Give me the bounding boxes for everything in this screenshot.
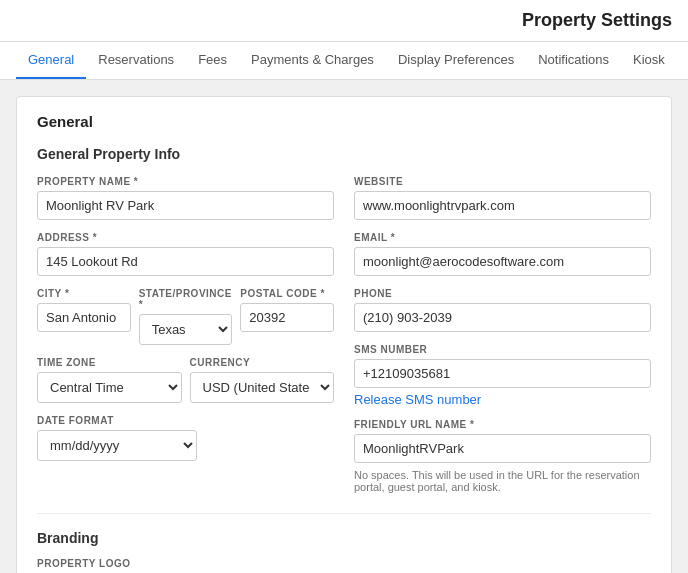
city-group: CITY * (37, 288, 131, 345)
sms-group: SMS NUMBER Release SMS number (354, 344, 651, 407)
sms-label: SMS NUMBER (354, 344, 651, 355)
address-label: ADDRESS * (37, 232, 334, 243)
friendly-url-group: FRIENDLY URL NAME * No spaces. This will… (354, 419, 651, 493)
currency-group: CURRENCY USD (United States Dollar) EUR … (190, 357, 335, 403)
city-state-postal-group: CITY * STATE/PROVINCE * Texas POSTAL COD… (37, 288, 334, 345)
right-column: WEBSITE EMAIL * PHONE SMS NUMBER Release… (354, 176, 651, 493)
property-name-input[interactable] (37, 191, 334, 220)
property-name-label: PROPERTY NAME * (37, 176, 334, 187)
tab-notifications[interactable]: Notifications (526, 42, 621, 79)
tab-guest-portal[interactable]: Guest Portal (677, 42, 688, 79)
general-card: General General Property Info PROPERTY N… (16, 96, 672, 573)
phone-label: PHONE (354, 288, 651, 299)
phone-group: PHONE (354, 288, 651, 332)
property-name-group: PROPERTY NAME * (37, 176, 334, 220)
state-label: STATE/PROVINCE * (139, 288, 233, 310)
tab-kiosk[interactable]: Kiosk (621, 42, 677, 79)
timezone-select[interactable]: Central Time Eastern Time Mountain Time … (37, 372, 182, 403)
page-title: Property Settings (16, 10, 672, 31)
postal-label: POSTAL CODE * (240, 288, 334, 299)
email-input[interactable] (354, 247, 651, 276)
timezone-group: TIME ZONE Central Time Eastern Time Moun… (37, 357, 182, 403)
tab-fees[interactable]: Fees (186, 42, 239, 79)
website-label: WEBSITE (354, 176, 651, 187)
friendly-url-input[interactable] (354, 434, 651, 463)
timezone-currency-group: TIME ZONE Central Time Eastern Time Moun… (37, 357, 334, 403)
tab-general[interactable]: General (16, 42, 86, 79)
tab-display[interactable]: Display Preferences (386, 42, 526, 79)
website-input[interactable] (354, 191, 651, 220)
branding-section: Branding PROPERTY LOGO Optimal size is 3… (37, 513, 651, 573)
tab-payments[interactable]: Payments & Charges (239, 42, 386, 79)
currency-select[interactable]: USD (United States Dollar) EUR (Euro) (190, 372, 335, 403)
page-header: Property Settings (0, 0, 688, 42)
property-logo-section: PROPERTY LOGO Optimal size is 375x100 MO… (37, 558, 651, 573)
date-format-select[interactable]: mm/dd/yyyy dd/mm/yyyy yyyy/mm/dd (37, 430, 197, 461)
postal-group: POSTAL CODE * (240, 288, 334, 345)
general-property-info-title: General Property Info (37, 146, 651, 162)
sms-input[interactable] (354, 359, 651, 388)
navigation-tabs: General Reservations Fees Payments & Cha… (0, 42, 688, 80)
address-group: ADDRESS * (37, 232, 334, 276)
currency-label: CURRENCY (190, 357, 335, 368)
state-select[interactable]: Texas (139, 314, 233, 345)
email-group: EMAIL * (354, 232, 651, 276)
timezone-label: TIME ZONE (37, 357, 182, 368)
phone-input[interactable] (354, 303, 651, 332)
city-label: CITY * (37, 288, 131, 299)
date-format-label: DATE FORMAT (37, 415, 197, 426)
city-input[interactable] (37, 303, 131, 332)
branding-title: Branding (37, 530, 651, 546)
postal-input[interactable] (240, 303, 334, 332)
date-format-group: DATE FORMAT mm/dd/yyyy dd/mm/yyyy yyyy/m… (37, 415, 197, 461)
email-label: EMAIL * (354, 232, 651, 243)
website-group: WEBSITE (354, 176, 651, 220)
form-columns: PROPERTY NAME * ADDRESS * CITY * STATE/P… (37, 176, 651, 493)
address-input[interactable] (37, 247, 334, 276)
release-sms-link[interactable]: Release SMS number (354, 392, 651, 407)
logo-label: PROPERTY LOGO (37, 558, 651, 569)
left-column: PROPERTY NAME * ADDRESS * CITY * STATE/P… (37, 176, 334, 493)
main-content: General General Property Info PROPERTY N… (0, 80, 688, 573)
friendly-url-hint: No spaces. This will be used in the URL … (354, 469, 651, 493)
card-title: General (37, 113, 651, 130)
tab-reservations[interactable]: Reservations (86, 42, 186, 79)
friendly-url-label: FRIENDLY URL NAME * (354, 419, 651, 430)
state-group: STATE/PROVINCE * Texas (139, 288, 233, 345)
